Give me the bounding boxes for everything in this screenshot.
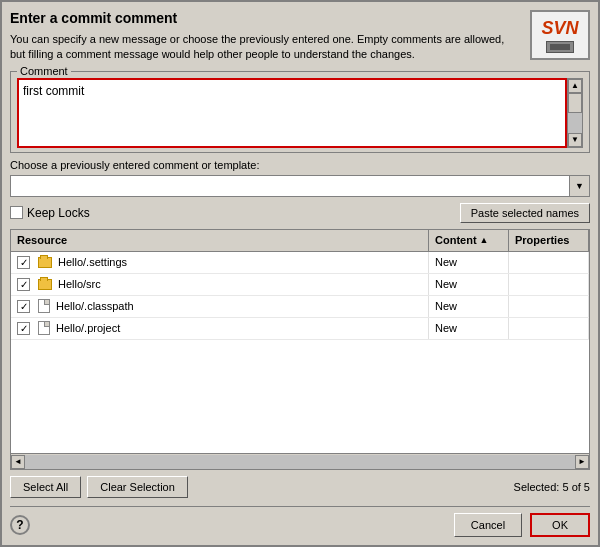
dropdown-arrow-btn[interactable]: ▼ <box>569 176 589 196</box>
prev-comment-input[interactable] <box>11 178 569 194</box>
dialog-description: You can specify a new message or choose … <box>10 32 520 63</box>
sort-arrow-icon: ▲ <box>480 235 489 245</box>
header-left: Enter a commit comment You can specify a… <box>10 10 520 63</box>
svn-logo: SVN <box>530 10 590 60</box>
row-properties-4 <box>509 318 589 339</box>
help-icon[interactable]: ? <box>10 515 30 535</box>
h-scroll-track <box>25 455 575 469</box>
table-body: ✓ Hello/.settings New ✓ Hello/src New <box>11 252 589 453</box>
row-content-3: New <box>429 296 509 317</box>
folder-icon-2 <box>38 279 52 290</box>
table-h-scrollbar[interactable]: ◄ ► <box>11 453 589 469</box>
keep-locks-row: Keep Locks Paste selected names <box>10 203 590 223</box>
ok-button[interactable]: OK <box>530 513 590 537</box>
row-checkbox-4[interactable]: ✓ <box>17 322 30 335</box>
svn-logo-text: SVN <box>541 18 578 39</box>
table-row[interactable]: ✓ Hello/.classpath New <box>11 296 589 318</box>
scroll-thumb[interactable] <box>568 93 582 113</box>
selected-count-label: Selected: 5 of 5 <box>514 481 590 493</box>
comment-scrollbar[interactable]: ▲ ▼ <box>567 78 583 148</box>
bottom-toolbar: Select All Clear Selection Selected: 5 o… <box>10 476 590 498</box>
row-resource-4: ✓ Hello/.project <box>11 318 429 339</box>
row-content-4: New <box>429 318 509 339</box>
file-icon-4 <box>38 321 50 335</box>
comment-textarea[interactable] <box>17 78 567 148</box>
table-row[interactable]: ✓ Hello/src New <box>11 274 589 296</box>
table-row[interactable]: ✓ Hello/.project New <box>11 318 589 340</box>
row-properties-3 <box>509 296 589 317</box>
col-header-content[interactable]: Content ▲ <box>429 230 509 251</box>
scroll-right-btn[interactable]: ► <box>575 455 589 469</box>
footer-buttons: Cancel OK <box>454 513 590 537</box>
row-content-1: New <box>429 252 509 273</box>
folder-icon-1 <box>38 257 52 268</box>
col-header-resource[interactable]: Resource <box>11 230 429 251</box>
file-icon-3 <box>38 299 50 313</box>
commit-dialog: Enter a commit comment You can specify a… <box>0 0 600 547</box>
scroll-track <box>568 93 582 133</box>
resource-table: Resource Content ▲ Properties ✓ Hello/.s… <box>10 229 590 470</box>
dialog-header: Enter a commit comment You can specify a… <box>10 10 590 63</box>
clear-selection-button[interactable]: Clear Selection <box>87 476 188 498</box>
keep-locks-checkbox[interactable] <box>10 206 23 219</box>
keep-locks-label: Keep Locks <box>27 206 90 220</box>
row-checkbox-2[interactable]: ✓ <box>17 278 30 291</box>
row-checkbox-1[interactable]: ✓ <box>17 256 30 269</box>
selection-buttons: Select All Clear Selection <box>10 476 188 498</box>
row-resource-3: ✓ Hello/.classpath <box>11 296 429 317</box>
prev-comment-dropdown[interactable]: ▼ <box>10 175 590 197</box>
dialog-footer: ? Cancel OK <box>10 506 590 537</box>
keep-locks-left: Keep Locks <box>10 206 90 220</box>
table-header: Resource Content ▲ Properties <box>11 230 589 252</box>
row-properties-1 <box>509 252 589 273</box>
row-properties-2 <box>509 274 589 295</box>
scroll-left-btn[interactable]: ◄ <box>11 455 25 469</box>
dialog-title: Enter a commit comment <box>10 10 520 26</box>
svn-chip-icon <box>546 41 574 53</box>
scroll-up-btn[interactable]: ▲ <box>568 79 582 93</box>
row-content-2: New <box>429 274 509 295</box>
prev-comment-section: Choose a previously entered comment or t… <box>10 159 590 197</box>
row-resource-2: ✓ Hello/src <box>11 274 429 295</box>
row-resource-1: ✓ Hello/.settings <box>11 252 429 273</box>
select-all-button[interactable]: Select All <box>10 476 81 498</box>
col-header-properties[interactable]: Properties <box>509 230 589 251</box>
cancel-button[interactable]: Cancel <box>454 513 522 537</box>
row-checkbox-3[interactable]: ✓ <box>17 300 30 313</box>
comment-label: Comment <box>17 65 71 77</box>
scroll-down-btn[interactable]: ▼ <box>568 133 582 147</box>
prev-comment-label: Choose a previously entered comment or t… <box>10 159 590 171</box>
paste-selected-names-button[interactable]: Paste selected names <box>460 203 590 223</box>
table-row[interactable]: ✓ Hello/.settings New <box>11 252 589 274</box>
comment-box: ▲ ▼ <box>17 78 583 148</box>
comment-section: Comment ▲ ▼ <box>10 71 590 153</box>
